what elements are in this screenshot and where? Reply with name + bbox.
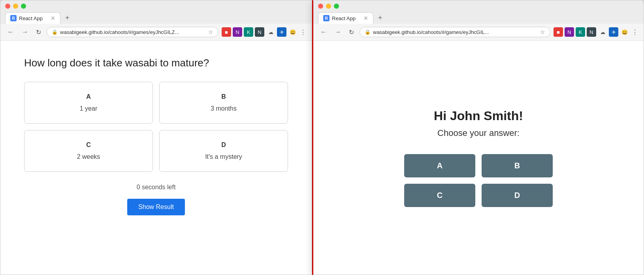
left-address-bar[interactable]: 🔒 wasabigeek.github.io/cahoots/#/games/e… xyxy=(47,27,218,37)
answer-text-b: 3 months xyxy=(211,105,237,112)
player-answer-btn-a[interactable]: A xyxy=(404,154,475,177)
answer-text-a: 1 year xyxy=(80,105,97,112)
right-address-bar[interactable]: 🔒 wasabigeek.github.io/cahoots/#/games/e… xyxy=(360,27,550,37)
left-url-text: wasabigeek.github.io/cahoots/#/games/eyJ… xyxy=(60,29,206,35)
right-tab-title: React App xyxy=(332,15,361,21)
right-toolbar-icon-6[interactable]: ✈ xyxy=(609,27,618,37)
right-bookmark-icon[interactable]: ☆ xyxy=(540,29,545,35)
right-toolbar-icon-2[interactable]: N xyxy=(565,27,574,37)
left-toolbar-icons: ■ N K N ☁ ✈ 😀 ⋮ xyxy=(222,27,307,37)
right-forward-button[interactable]: → xyxy=(332,28,343,36)
right-more-icon[interactable]: ⋮ xyxy=(631,28,639,37)
answer-card-a[interactable]: A 1 year xyxy=(24,82,153,124)
right-toolbar-icon-1[interactable]: ■ xyxy=(554,27,563,37)
left-title-bar: R React App ✕ + xyxy=(0,0,312,24)
left-toolbar-icon-5[interactable]: ☁ xyxy=(266,27,275,37)
player-answer-btn-d[interactable]: D xyxy=(482,184,553,207)
player-greeting-text: Hi John Smith! xyxy=(434,109,523,123)
left-bookmark-icon[interactable]: ☆ xyxy=(208,29,213,35)
right-page-content: Hi John Smith! Choose your answer: A B C… xyxy=(313,41,644,275)
right-nav-bar: ← → ↻ 🔒 wasabigeek.github.io/cahoots/#/g… xyxy=(313,24,644,41)
player-answer-btn-b[interactable]: B xyxy=(482,154,553,177)
left-tab-close-icon[interactable]: ✕ xyxy=(51,15,55,21)
right-tab-close-icon[interactable]: ✕ xyxy=(363,15,368,21)
show-result-button[interactable]: Show Result xyxy=(127,199,185,215)
right-lock-icon: 🔒 xyxy=(365,29,371,35)
right-window-controls xyxy=(318,4,639,9)
player-answer-grid: A B C D xyxy=(404,154,553,207)
left-nav-bar: ← → ↻ 🔒 wasabigeek.github.io/cahoots/#/g… xyxy=(0,24,312,41)
right-toolbar-icon-4[interactable]: N xyxy=(587,27,596,37)
left-toolbar-icon-6[interactable]: ✈ xyxy=(277,27,286,37)
left-toolbar-icon-7[interactable]: 😀 xyxy=(288,27,298,37)
right-url-text: wasabigeek.github.io/cahoots/#/games/eyJ… xyxy=(373,29,538,35)
answer-card-d[interactable]: D It's a mystery xyxy=(159,130,288,172)
left-toolbar-icon-2[interactable]: N xyxy=(233,27,242,37)
left-tab-favicon: R xyxy=(10,15,17,21)
answer-letter-a: A xyxy=(86,93,91,100)
quiz-question-text: How long does it take wasabi to mature? xyxy=(24,57,288,70)
right-maximize-button[interactable] xyxy=(334,4,339,9)
answer-text-d: It's a mystery xyxy=(205,153,242,160)
answer-grid: A 1 year B 3 months C 2 weeks D It's a m… xyxy=(24,82,288,172)
right-tabs-bar: R React App ✕ + xyxy=(318,12,639,24)
right-toolbar-icon-3[interactable]: K xyxy=(576,27,585,37)
right-active-tab[interactable]: R React App ✕ xyxy=(318,12,373,24)
right-back-button[interactable]: ← xyxy=(318,28,329,36)
right-toolbar-icon-7[interactable]: 😀 xyxy=(620,27,629,37)
left-close-button[interactable] xyxy=(5,4,10,9)
left-refresh-button[interactable]: ↻ xyxy=(34,28,43,37)
left-toolbar-icon-1[interactable]: ■ xyxy=(222,27,231,37)
left-new-tab-button[interactable]: + xyxy=(62,12,73,24)
right-browser-window: R React App ✕ + ← → ↻ 🔒 wasabigeek.githu… xyxy=(312,0,644,275)
answer-letter-d: D xyxy=(221,141,226,149)
left-tabs-bar: R React App ✕ + xyxy=(5,12,307,24)
right-toolbar-icons: ■ N K N ☁ ✈ 😀 ⋮ xyxy=(554,27,639,37)
left-active-tab[interactable]: R React App ✕ xyxy=(5,12,60,24)
player-answer-btn-c[interactable]: C xyxy=(404,184,475,207)
player-instruction-text: Choose your answer: xyxy=(437,128,520,138)
right-title-bar: R React App ✕ + xyxy=(313,0,644,24)
answer-text-c: 2 weeks xyxy=(77,153,100,160)
left-more-icon[interactable]: ⋮ xyxy=(299,28,307,37)
right-close-button[interactable] xyxy=(318,4,323,9)
answer-letter-b: B xyxy=(221,93,226,100)
answer-card-c[interactable]: C 2 weeks xyxy=(24,130,153,172)
timer-text: 0 seconds left xyxy=(24,184,288,191)
left-tab-title: React App xyxy=(19,15,48,21)
left-back-button[interactable]: ← xyxy=(5,28,16,36)
right-minimize-button[interactable] xyxy=(326,4,331,9)
left-lock-icon: 🔒 xyxy=(52,29,58,35)
left-forward-button[interactable]: → xyxy=(19,28,30,36)
answer-card-b[interactable]: B 3 months xyxy=(159,82,288,124)
left-browser-window: R React App ✕ + ← → ↻ 🔒 wasabigeek.githu… xyxy=(0,0,312,275)
answer-letter-c: C xyxy=(86,141,91,149)
left-minimize-button[interactable] xyxy=(13,4,18,9)
left-maximize-button[interactable] xyxy=(21,4,26,9)
right-tab-favicon: R xyxy=(323,15,330,21)
left-toolbar-icon-3[interactable]: K xyxy=(244,27,253,37)
left-window-controls xyxy=(5,4,307,9)
right-refresh-button[interactable]: ↻ xyxy=(346,28,356,37)
left-toolbar-icon-4[interactable]: N xyxy=(255,27,264,37)
right-new-tab-button[interactable]: + xyxy=(375,12,386,24)
right-toolbar-icon-5[interactable]: ☁ xyxy=(598,27,607,37)
left-page-content: How long does it take wasabi to mature? … xyxy=(0,41,312,275)
